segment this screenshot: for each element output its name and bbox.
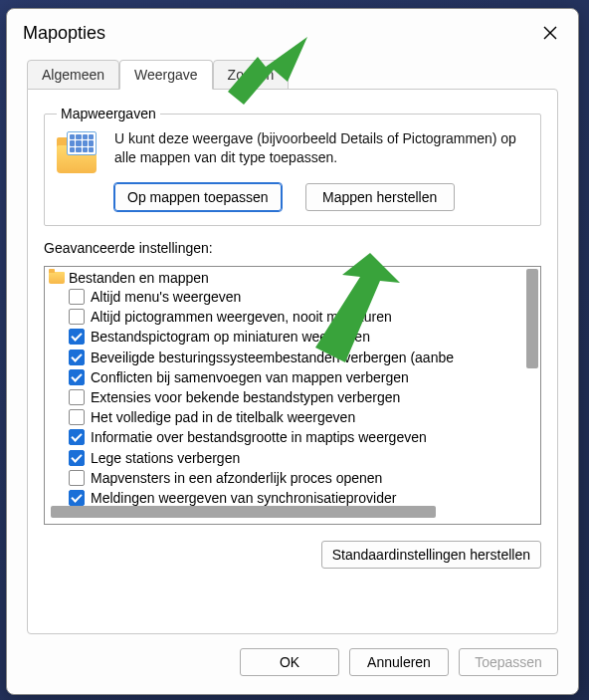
horizontal-scroll-thumb[interactable] [51,506,436,518]
checkbox[interactable] [69,389,85,405]
tab-general[interactable]: Algemeen [27,60,119,90]
tab-view[interactable]: Weergave [119,60,213,90]
tree-item-label: Mapvensters in een afzonderlijk proces o… [91,469,382,487]
tree-item-label: Extensies voor bekende bestandstypen ver… [91,388,400,406]
horizontal-scrollbar[interactable] [51,506,520,520]
folder-views-icon [57,133,100,173]
checkbox[interactable] [69,490,85,506]
tree-item-label: Conflicten bij samenvoegen van mappen ve… [91,368,409,386]
dialog-window: Mapopties Algemeen Weergave Zoeken Mapwe… [6,8,579,695]
tree-root[interactable]: Bestanden en mappen [49,269,520,287]
mapweergaven-description: U kunt deze weergave (bijvoorbeeld Detai… [114,129,528,167]
folder-icon [49,272,65,284]
tree-item[interactable]: Altijd menu's weergeven [69,287,520,307]
tree-item[interactable]: Beveiligde besturingssysteembestanden ve… [69,348,520,367]
checkbox[interactable] [69,369,85,385]
tree-item-label: Meldingen weergeven van synchronisatiepr… [91,489,396,507]
tree-item[interactable]: Mapvensters in een afzonderlijk proces o… [69,468,520,488]
tree-item-label: Altijd pictogrammen weergeven, nooit min… [91,308,392,326]
checkbox[interactable] [69,289,85,305]
tree-item-label: Het volledige pad in de titelbalk weerge… [91,408,355,426]
reset-folders-button[interactable]: Mappen herstellen [305,183,455,211]
checkbox[interactable] [69,470,85,486]
apply-to-folders-button[interactable]: Op mappen toepassen [114,183,282,211]
tree-item-label: Beveiligde besturingssysteembestanden ve… [91,349,454,366]
tree-item-label: Informatie over bestandsgrootte in mapti… [91,428,427,446]
checkbox[interactable] [69,350,85,365]
cancel-button[interactable]: Annuleren [349,648,449,676]
tree-item[interactable]: Informatie over bestandsgrootte in mapti… [69,427,520,447]
checkbox[interactable] [69,409,85,425]
dialog-title: Mapopties [23,23,536,44]
titlebar: Mapopties [7,9,578,53]
checkbox[interactable] [69,450,85,466]
checkbox[interactable] [69,329,85,345]
tree-item[interactable]: Altijd pictogrammen weergeven, nooit min… [69,307,520,327]
restore-defaults-button[interactable]: Standaardinstellingen herstellen [321,541,541,569]
checkbox[interactable] [69,309,85,325]
tree-item[interactable]: Extensies voor bekende bestandstypen ver… [69,387,520,407]
close-button[interactable] [536,19,564,47]
tree-items: Altijd menu's weergevenAltijd pictogramm… [69,287,520,508]
tree-item[interactable]: Bestandspictogram op miniaturen weergeve… [69,327,520,347]
apply-button[interactable]: Toepassen [459,648,558,676]
tab-panel-view: Mapweergaven U kunt deze weergave (bijvo… [27,89,558,634]
tree-item[interactable]: Het volledige pad in de titelbalk weerge… [69,407,520,427]
vertical-scrollbar[interactable] [522,269,538,502]
tree-root-label: Bestanden en mappen [69,270,209,286]
ok-button[interactable]: OK [240,648,339,676]
advanced-settings-box: Bestanden en mappen Altijd menu's weerge… [44,266,541,525]
tree-item-label: Altijd menu's weergeven [91,288,241,306]
mapweergaven-legend: Mapweergaven [57,106,160,121]
vertical-scroll-thumb[interactable] [526,269,538,368]
tree-item-label: Bestandspictogram op miniaturen weergeve… [91,328,370,346]
advanced-settings-label: Geavanceerde instellingen: [44,240,541,256]
checkbox[interactable] [69,429,85,445]
tabstrip: Algemeen Weergave Zoeken [7,53,578,89]
dialog-buttons: OK Annuleren Toepassen [7,634,578,694]
tab-search[interactable]: Zoeken [213,60,290,90]
tree-item[interactable]: Lege stations verbergen [69,448,520,468]
tree-item-label: Lege stations verbergen [91,449,240,467]
mapweergaven-group: Mapweergaven U kunt deze weergave (bijvo… [44,106,541,226]
tree-item[interactable]: Conflicten bij samenvoegen van mappen ve… [69,367,520,387]
close-icon [543,26,557,40]
